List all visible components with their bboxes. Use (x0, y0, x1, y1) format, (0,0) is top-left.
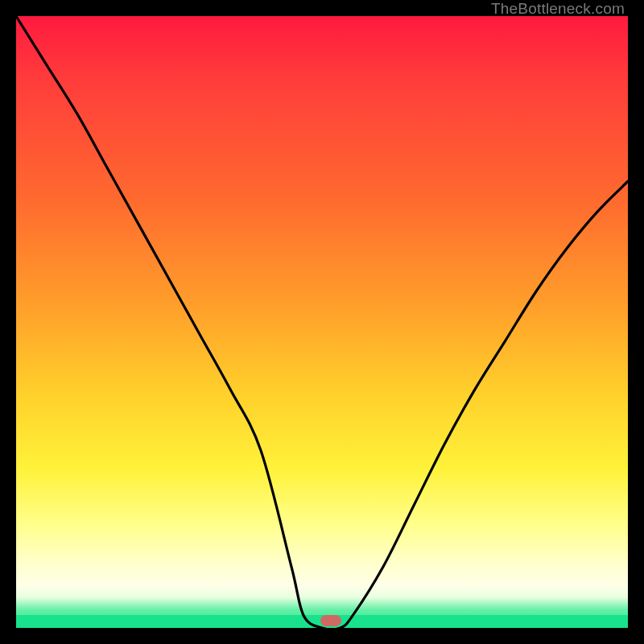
plot-area (16, 16, 628, 628)
optimum-marker (320, 615, 341, 626)
watermark-text: TheBottleneck.com (491, 0, 625, 18)
bottleneck-curve (16, 16, 628, 628)
curve-path (16, 16, 628, 630)
chart-frame: TheBottleneck.com (0, 0, 644, 644)
